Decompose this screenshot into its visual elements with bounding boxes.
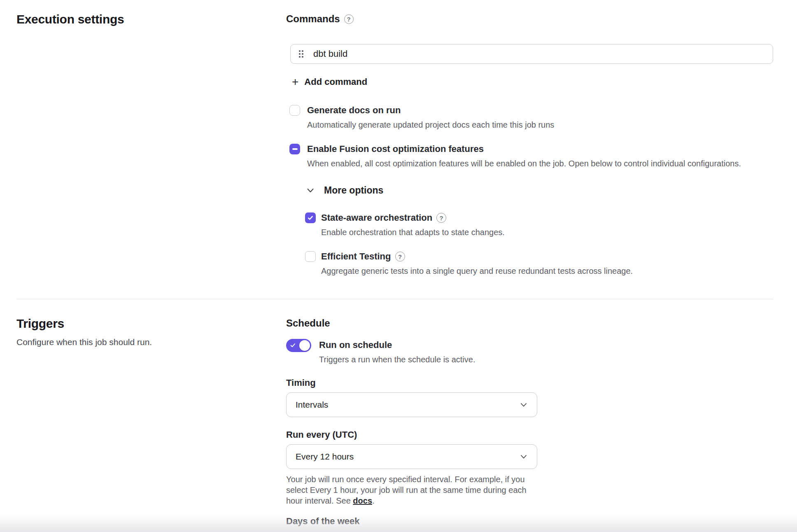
state-aware-label-row: State-aware orchestration ? [321, 212, 505, 224]
state-aware-help-icon[interactable]: ? [436, 213, 446, 223]
days-of-week-label: Days of the week [286, 515, 773, 527]
schedule-label: Schedule [286, 317, 330, 329]
timing-label: Timing [286, 377, 773, 389]
run-every-field: Run every (UTC) Every 12 hours Your job … [286, 429, 773, 506]
generate-docs-row: Generate docs on run Automatically gener… [289, 104, 773, 131]
execution-right-column: Commands ? dbt build + Add [286, 12, 773, 277]
plus-icon: + [292, 76, 298, 88]
efficient-testing-checkbox[interactable] [305, 251, 316, 262]
add-command-label: Add command [304, 77, 367, 87]
check-icon [307, 215, 314, 221]
toggle-check-icon [290, 342, 296, 348]
run-on-schedule-text: Run on schedule Triggers a run when the … [319, 339, 475, 365]
command-input[interactable]: dbt build [290, 44, 773, 64]
triggers-title: Triggers [16, 317, 286, 331]
state-aware-text: State-aware orchestration ? Enable orche… [321, 212, 505, 238]
efficient-testing-label: Efficient Testing [321, 250, 391, 263]
enable-fusion-desc: When enabled, all cost optimization feat… [307, 158, 741, 169]
generate-docs-label: Generate docs on run [307, 104, 554, 117]
commands-help-icon[interactable]: ? [344, 14, 354, 24]
state-aware-label: State-aware orchestration [321, 212, 432, 224]
run-on-schedule-label: Run on schedule [319, 339, 475, 351]
run-on-schedule-toggle[interactable] [286, 339, 311, 352]
interval-help-text: Your job will run once every specified i… [286, 474, 530, 506]
triggers-right-column: Schedule Run on schedule Triggers a run … [286, 317, 773, 532]
execution-settings-title: Execution settings [16, 12, 286, 26]
command-value[interactable]: dbt build [313, 49, 347, 59]
chevron-down-icon [520, 455, 527, 459]
run-on-schedule-row: Run on schedule Triggers a run when the … [286, 339, 773, 365]
more-options-toggle[interactable]: More options [307, 185, 383, 196]
generate-docs-text: Generate docs on run Automatically gener… [307, 104, 554, 131]
execution-settings-section: Execution settings Commands ? db [16, 12, 773, 277]
indeterminate-dash-icon [292, 148, 298, 150]
triggers-left-column: Triggers Configure when this job should … [16, 317, 286, 532]
efficient-testing-text: Efficient Testing ? Aggregate generic te… [321, 250, 633, 277]
efficient-testing-help-icon[interactable]: ? [395, 252, 405, 261]
efficient-testing-desc: Aggregate generic tests into a single qu… [321, 266, 633, 277]
enable-fusion-checkbox[interactable] [289, 144, 300, 154]
generate-docs-checkbox[interactable] [289, 105, 300, 116]
triggers-section: Triggers Configure when this job should … [16, 299, 773, 532]
job-settings-page: Execution settings Commands ? db [0, 0, 797, 532]
run-every-select[interactable]: Every 12 hours [286, 444, 537, 469]
schedule-header: Schedule [286, 317, 773, 330]
timing-select[interactable]: Intervals [286, 392, 537, 417]
state-aware-checkbox[interactable] [305, 212, 316, 223]
docs-link[interactable]: docs [353, 496, 372, 505]
run-every-value: Every 12 hours [296, 452, 354, 462]
chevron-down-icon [520, 403, 527, 407]
add-command-button[interactable]: + Add command [292, 76, 367, 88]
commands-header: Commands ? [286, 12, 773, 26]
more-options-label: More options [324, 185, 383, 196]
days-of-week-field: Days of the week Sunday Monday Tuesday [286, 515, 773, 532]
chevron-down-icon [307, 188, 314, 193]
enable-fusion-row: Enable Fusion cost optimization features… [289, 143, 773, 169]
generate-docs-desc: Automatically generate updated project d… [307, 119, 554, 131]
state-aware-desc: Enable orchestration that adapts to stat… [321, 227, 505, 238]
timing-field: Timing Intervals [286, 377, 773, 417]
interval-help-before: Your job will run once every specified i… [286, 475, 527, 505]
enable-fusion-text: Enable Fusion cost optimization features… [307, 143, 741, 169]
toggle-knob [299, 340, 310, 351]
triggers-subtitle: Configure when this job should run. [16, 337, 286, 347]
state-aware-row: State-aware orchestration ? Enable orche… [305, 212, 773, 238]
timing-value: Intervals [296, 400, 328, 410]
run-on-schedule-desc: Triggers a run when the schedule is acti… [319, 354, 475, 365]
drag-handle-icon[interactable] [298, 49, 304, 58]
run-every-label: Run every (UTC) [286, 429, 773, 441]
efficient-testing-label-row: Efficient Testing ? [321, 250, 633, 263]
commands-label: Commands [286, 13, 340, 25]
interval-help-after: . [372, 496, 375, 505]
enable-fusion-label: Enable Fusion cost optimization features [307, 143, 741, 155]
execution-left-column: Execution settings [16, 12, 286, 277]
efficient-testing-row: Efficient Testing ? Aggregate generic te… [305, 250, 773, 277]
more-options-panel: State-aware orchestration ? Enable orche… [286, 212, 773, 277]
